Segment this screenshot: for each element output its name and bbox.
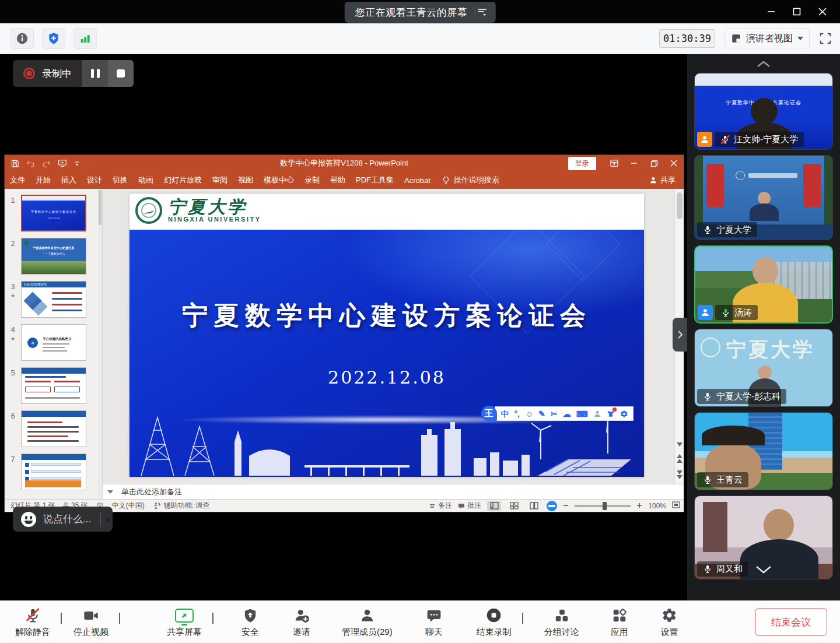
- network-signal-button[interactable]: [74, 28, 97, 49]
- slide-thumb-5[interactable]: 5: [5, 367, 102, 404]
- end-recording-button[interactable]: 结束录制: [477, 607, 512, 638]
- slide-thumb-1[interactable]: 1 宁夏数学中心建设方案论证会2022.12.08: [5, 195, 102, 231]
- notes-collapse-icon[interactable]: [103, 490, 118, 494]
- apps-button[interactable]: 应用: [611, 607, 628, 638]
- menu-transitions[interactable]: 切换: [107, 175, 133, 185]
- notes-pane[interactable]: 单击此处添加备注: [103, 484, 684, 499]
- save-icon[interactable]: [10, 159, 19, 168]
- security-button[interactable]: 安全: [242, 607, 259, 638]
- menu-record[interactable]: 录制: [299, 175, 325, 185]
- ime-handwriting-icon[interactable]: ✎: [538, 410, 545, 418]
- notes-placeholder[interactable]: 单击此处添加备注: [121, 487, 182, 497]
- notes-toggle-button[interactable]: 备注: [429, 501, 452, 511]
- floating-browser-icon[interactable]: [547, 501, 557, 511]
- scroll-down-participants[interactable]: [755, 565, 772, 577]
- ppt-minimize-button[interactable]: [624, 155, 644, 171]
- menu-file[interactable]: 文件: [5, 175, 30, 185]
- scroll-up-participants[interactable]: [687, 60, 840, 68]
- sidebar-collapse-handle[interactable]: [673, 318, 687, 352]
- zoom-in-button[interactable]: [636, 502, 642, 510]
- minimize-button[interactable]: [758, 0, 784, 23]
- ime-lang-icon[interactable]: 中: [501, 410, 509, 418]
- breakout-rooms-button[interactable]: 分组讨论: [544, 607, 579, 638]
- slide-thumb-7[interactable]: 7: [5, 454, 102, 490]
- slide-sorter-view-button[interactable]: [507, 501, 521, 511]
- menu-review[interactable]: 审阅: [207, 175, 233, 185]
- menu-view[interactable]: 视图: [233, 175, 258, 185]
- ime-punctuation-icon[interactable]: °,: [514, 410, 520, 418]
- redo-icon[interactable]: [42, 159, 51, 168]
- participant-tile-active-speaker[interactable]: 汤涛: [694, 245, 833, 324]
- ime-toolbar[interactable]: 王 中 °, ☺ ✎ ✂ ☁ ⌨: [481, 406, 634, 421]
- next-slide-button[interactable]: [677, 470, 682, 479]
- slide-thumb-3[interactable]: 3★ 目录/CONTENTS: [5, 281, 102, 318]
- normal-view-button[interactable]: [487, 501, 501, 511]
- accessibility-status[interactable]: 辅助功能: 调查: [153, 501, 210, 511]
- menu-design[interactable]: 设计: [82, 175, 107, 185]
- chat-button[interactable]: 聊天: [425, 607, 443, 638]
- menu-animations[interactable]: 动画: [133, 175, 159, 185]
- ime-cloud-icon[interactable]: ☁: [563, 410, 571, 418]
- recording-options-chevron[interactable]: [522, 613, 523, 623]
- menu-insert[interactable]: 插入: [56, 175, 82, 185]
- meeting-info-button[interactable]: [10, 28, 34, 49]
- slide-thumb-2[interactable]: 2 宁夏基础学科研究中心组建方案 ——宁夏数学中心: [5, 238, 102, 275]
- thumbnail-scrollbar[interactable]: [98, 189, 102, 499]
- ribbon-display-options-icon[interactable]: [604, 155, 624, 171]
- previous-slide-button[interactable]: [677, 454, 682, 463]
- menu-acrobat[interactable]: Acrobat: [399, 176, 436, 185]
- chat-quick-bar[interactable]: 说点什么... ‹: [13, 507, 113, 532]
- watching-screen-banner[interactable]: 您正在观看王青云的屏幕: [345, 2, 496, 23]
- invite-button[interactable]: 邀请: [293, 607, 310, 638]
- undo-icon[interactable]: [26, 159, 35, 168]
- ppt-restore-button[interactable]: [644, 155, 664, 171]
- slide-thumb-6[interactable]: 6: [5, 410, 102, 447]
- slide-thumb-4[interactable]: 4★ 4 中心组建的战略意义: [5, 324, 102, 361]
- maximize-button[interactable]: [784, 0, 810, 23]
- zoom-percentage[interactable]: 100%: [648, 502, 666, 510]
- ime-screenshot-icon[interactable]: ✂: [551, 410, 558, 418]
- current-slide[interactable]: 宁夏大学 NINGXIA UNIVERSITY 宁夏数学中心建设方案论证会: [130, 194, 644, 477]
- fit-slide-button[interactable]: [672, 501, 680, 510]
- participant-tile[interactable]: 王青云: [694, 412, 833, 490]
- participant-tile[interactable]: 周又和: [694, 496, 833, 579]
- close-button[interactable]: [810, 0, 835, 23]
- tell-me-search[interactable]: 操作说明搜索: [442, 175, 499, 185]
- security-shield-button[interactable]: [42, 28, 65, 49]
- settings-button[interactable]: 设置: [661, 607, 678, 638]
- participant-tile[interactable]: 宁夏数学中心建设方案论证会 汪文帅-宁夏大学: [694, 73, 833, 150]
- collapse-chat-icon[interactable]: ‹: [107, 514, 110, 525]
- ppt-login-button[interactable]: 登录: [568, 157, 596, 170]
- zoom-slider-thumb[interactable]: [603, 502, 607, 510]
- menu-slideshow[interactable]: 幻灯片放映: [159, 175, 207, 185]
- zoom-slider[interactable]: [575, 505, 631, 507]
- customize-qat-icon[interactable]: [74, 158, 80, 168]
- menu-home[interactable]: 开始: [30, 175, 56, 185]
- banner-menu-icon[interactable]: [474, 5, 489, 19]
- participant-tile[interactable]: 宁夏大学 宁夏大学-彭志科: [694, 329, 833, 407]
- ime-emoji-icon[interactable]: ☺: [525, 410, 533, 418]
- emoji-smile-icon[interactable]: [21, 512, 36, 527]
- comments-toggle-button[interactable]: 批注: [458, 501, 481, 511]
- chat-placeholder[interactable]: 说点什么...: [43, 512, 91, 526]
- ppt-share-button[interactable]: 共享: [649, 175, 676, 185]
- stop-recording-button[interactable]: [108, 60, 134, 87]
- share-options-chevron[interactable]: [212, 613, 214, 623]
- start-slideshow-icon[interactable]: [58, 159, 67, 168]
- stop-video-button[interactable]: 停止视频: [74, 607, 108, 638]
- pause-recording-button[interactable]: [82, 60, 108, 87]
- menu-template-center[interactable]: 模板中心: [258, 175, 299, 185]
- unmute-button[interactable]: 解除静音: [15, 607, 50, 638]
- mic-options-chevron[interactable]: [61, 613, 62, 623]
- menu-pdf-tools[interactable]: PDF工具集: [351, 175, 399, 185]
- zoom-out-button[interactable]: [563, 502, 569, 510]
- scroll-down-icon[interactable]: [677, 442, 682, 447]
- menu-help[interactable]: 帮助: [325, 175, 351, 185]
- manage-members-button[interactable]: 管理成员(29): [342, 607, 393, 638]
- ppt-titlebar[interactable]: 数学中心申报答辩V1208 - PowerPoint 登录: [5, 155, 684, 171]
- end-meeting-button[interactable]: 结束会议: [755, 609, 827, 636]
- ime-keyboard-icon[interactable]: ⌨: [576, 410, 588, 418]
- language-status[interactable]: 中文(中国): [112, 501, 145, 511]
- view-mode-selector[interactable]: 演讲者视图: [724, 29, 810, 48]
- participant-tile[interactable]: 宁夏大学: [694, 155, 833, 240]
